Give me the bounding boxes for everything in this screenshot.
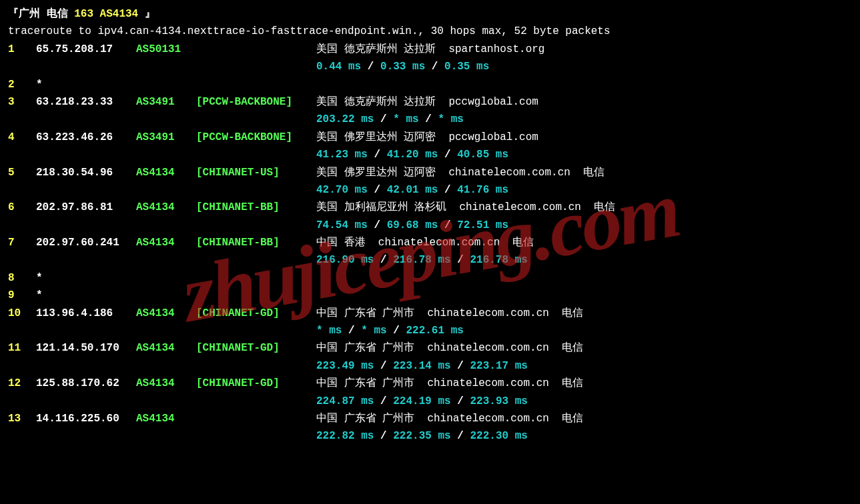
hop-org: pccwglobal.com bbox=[442, 131, 538, 143]
hop-location: 中国 广东省 广州市 bbox=[316, 410, 421, 427]
latency-sep: / bbox=[451, 430, 470, 442]
hop-asn: AS4134 bbox=[136, 164, 196, 181]
latency-3: 72.51 ms bbox=[457, 219, 508, 231]
hop-latency-line: 224.87 ms / 224.19 ms / 223.93 ms bbox=[8, 393, 852, 410]
hop-org: spartanhost.org bbox=[442, 43, 545, 55]
hop-number: 1 bbox=[8, 41, 36, 58]
latency-2: 41.20 ms bbox=[387, 149, 438, 161]
hop-asn: AS4134 bbox=[136, 375, 196, 392]
latency-sep: / bbox=[451, 254, 470, 266]
hop-ip: 202.97.60.241 bbox=[36, 234, 136, 251]
hops-list: 165.75.208.17AS50131美国 德克萨斯州 达拉斯 spartan… bbox=[8, 41, 852, 445]
latency-sep: / bbox=[387, 325, 406, 337]
trace-subheader: traceroute to ipv4.can-4134.nexttrace-io… bbox=[8, 23, 852, 40]
hop-number: 3 bbox=[8, 93, 36, 111]
latency-3: 222.61 ms bbox=[406, 325, 463, 337]
latency-sep: / bbox=[451, 360, 470, 372]
hop-org: chinatelecom.com.cn bbox=[421, 413, 556, 425]
latency-2: 216.78 ms bbox=[393, 254, 450, 266]
hop-ip: 202.97.86.81 bbox=[36, 199, 136, 216]
hop-row: 12125.88.170.62AS4134[CHINANET-GD]中国 广东省… bbox=[8, 375, 852, 392]
hop-org: chinatelecom.com.cn bbox=[421, 377, 556, 389]
hop-number: 7 bbox=[8, 234, 36, 251]
hop-asn: AS4134 bbox=[136, 339, 196, 357]
latency-sep: / bbox=[361, 61, 380, 73]
hop-number: 9 bbox=[8, 287, 36, 304]
hop-location: 美国 德克萨斯州 达拉斯 bbox=[316, 93, 442, 111]
hop-asn: AS3491 bbox=[136, 129, 196, 146]
hop-org: chinatelecom.com.cn bbox=[421, 342, 556, 354]
hop-number: 5 bbox=[8, 164, 36, 181]
latency-2: 0.33 ms bbox=[380, 61, 425, 73]
latency-2: * ms bbox=[393, 113, 418, 125]
hop-location: 中国 广东省 广州市 bbox=[316, 339, 421, 357]
hop-asn: AS4134 bbox=[136, 305, 196, 322]
latency-3: 223.93 ms bbox=[470, 395, 527, 407]
hop-ip: 121.14.50.170 bbox=[36, 339, 136, 357]
hop-isp: 电信 bbox=[555, 413, 583, 425]
hop-latency-line: 216.90 ms / 216.78 ms / 216.78 ms bbox=[8, 251, 852, 269]
latency-3: 222.30 ms bbox=[470, 430, 527, 442]
latency-sep: / bbox=[438, 184, 457, 196]
hop-row-timeout: 9* bbox=[8, 287, 852, 304]
latency-sep: / bbox=[425, 61, 444, 73]
hop-ip: 125.88.170.62 bbox=[36, 375, 136, 392]
hop-number: 8 bbox=[8, 269, 36, 287]
hop-location: 美国 佛罗里达州 迈阿密 bbox=[316, 164, 442, 181]
latency-sep: / bbox=[374, 360, 393, 372]
hop-star: * bbox=[36, 272, 43, 284]
hop-network: [PCCW-BACKBONE] bbox=[196, 93, 316, 111]
latency-3: * ms bbox=[438, 113, 463, 125]
hop-asn: AS4134 bbox=[136, 199, 196, 216]
hop-latency-line: 222.82 ms / 222.35 ms / 222.30 ms bbox=[8, 427, 852, 445]
hop-org: chinatelecom.com.cn bbox=[442, 167, 577, 179]
hop-location: 美国 德克萨斯州 达拉斯 bbox=[316, 41, 442, 58]
hop-star: * bbox=[36, 79, 43, 91]
hop-row: 463.223.46.26AS3491[PCCW-BACKBONE]美国 佛罗里… bbox=[8, 129, 852, 146]
latency-1: 74.54 ms bbox=[316, 219, 368, 231]
hop-ip: 218.30.54.96 bbox=[36, 164, 136, 181]
hop-latency-line: 74.54 ms / 69.68 ms / 72.51 ms bbox=[8, 217, 852, 234]
latency-2: 222.35 ms bbox=[393, 430, 450, 442]
hop-row: 363.218.23.33AS3491[PCCW-BACKBONE]美国 德克萨… bbox=[8, 93, 852, 111]
hop-location: 中国 广东省 广州市 bbox=[316, 375, 421, 392]
latency-1: 224.87 ms bbox=[316, 395, 374, 407]
latency-2: * ms bbox=[361, 325, 386, 337]
hop-number: 13 bbox=[8, 410, 36, 427]
hop-asn: AS4134 bbox=[136, 410, 196, 427]
hop-row-timeout: 2* bbox=[8, 76, 852, 93]
hop-ip: 63.223.46.26 bbox=[36, 129, 136, 146]
hop-isp: 电信 bbox=[576, 167, 604, 179]
hop-location: 美国 加利福尼亚州 洛杉矶 bbox=[316, 199, 453, 216]
hop-number: 10 bbox=[8, 305, 36, 322]
hop-isp: 电信 bbox=[555, 307, 583, 319]
hop-latency-line: 223.49 ms / 223.14 ms / 223.17 ms bbox=[8, 357, 852, 375]
hop-ip: 65.75.208.17 bbox=[36, 41, 136, 58]
hop-latency-line: * ms / * ms / 222.61 ms bbox=[8, 322, 852, 339]
hop-row: 11121.14.50.170AS4134[CHINANET-GD]中国 广东省… bbox=[8, 339, 852, 357]
latency-sep: / bbox=[374, 430, 393, 442]
latency-3: 216.78 ms bbox=[470, 254, 527, 266]
header-suffix: 』 bbox=[138, 8, 155, 20]
terminal-output: 『广州 电信 163 AS4134 』 traceroute to ipv4.c… bbox=[8, 5, 852, 445]
hop-ip: 113.96.4.186 bbox=[36, 305, 136, 322]
hop-isp: 电信 bbox=[506, 237, 534, 249]
hop-asn: AS50131 bbox=[136, 41, 196, 58]
hop-network: [CHINANET-GD] bbox=[196, 339, 316, 357]
latency-2: 224.19 ms bbox=[393, 395, 450, 407]
latency-2: 69.68 ms bbox=[387, 219, 438, 231]
latency-sep: / bbox=[374, 113, 393, 125]
latency-1: * ms bbox=[316, 325, 342, 337]
latency-sep: / bbox=[438, 149, 457, 161]
hop-network: [CHINANET-GD] bbox=[196, 305, 316, 322]
latency-sep: / bbox=[451, 395, 470, 407]
latency-1: 223.49 ms bbox=[316, 360, 374, 372]
hop-org: pccwglobal.com bbox=[442, 96, 538, 108]
hop-ip: 14.116.225.60 bbox=[36, 410, 136, 427]
trace-header: 『广州 电信 163 AS4134 』 bbox=[8, 5, 852, 23]
latency-sep: / bbox=[342, 325, 361, 337]
hop-number: 12 bbox=[8, 375, 36, 392]
hop-number: 11 bbox=[8, 339, 36, 357]
hop-location: 中国 香港 bbox=[316, 234, 372, 251]
latency-sep: / bbox=[419, 113, 438, 125]
